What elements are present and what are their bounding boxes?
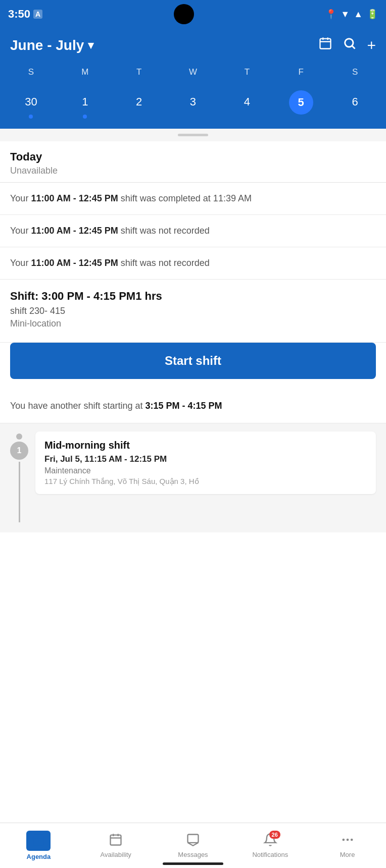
nav-label-messages: Messages [178, 851, 208, 858]
svg-line-5 [353, 46, 355, 48]
shift-title: Shift: 3:00 PM - 4:15 PM1 hrs [10, 290, 376, 303]
status-time: 3:50 A [8, 8, 42, 21]
calendar-day-labels: S M T W T F S [0, 64, 386, 84]
notification-badge: 26 [269, 831, 280, 839]
cal-date-1[interactable]: 1 [58, 86, 112, 121]
battery-icon: 🔋 [367, 9, 378, 20]
cal-date-30[interactable]: 30 [4, 86, 58, 121]
cal-date-3[interactable]: 3 [166, 86, 220, 121]
event-card-addr: 117 Lý Chính Thắng, Võ Thị Sáu, Quận 3, … [44, 477, 367, 486]
event-card[interactable]: Mid-morning shift Fri, Jul 5, 11:15 AM -… [35, 431, 376, 494]
calendar-icon-button[interactable] [318, 36, 332, 54]
camera-pill [174, 4, 194, 24]
today-label: Today [10, 150, 376, 164]
day-label-wed: W [166, 64, 220, 80]
add-icon-button[interactable]: + [367, 38, 376, 53]
nav-item-more[interactable]: More [309, 823, 386, 868]
wifi-icon: ▼ [341, 9, 350, 20]
nav-item-messages[interactable]: Messages [155, 823, 232, 868]
svg-point-16 [346, 839, 349, 841]
day-label-tue: T [112, 64, 166, 80]
day-label-thu: T [220, 64, 274, 80]
day-label-sun: S [4, 64, 58, 80]
cal-date-2[interactable]: 2 [112, 86, 166, 121]
dot-1 [83, 115, 87, 119]
nav-label-agenda: Agenda [27, 853, 51, 860]
svg-point-15 [342, 839, 345, 841]
shift-sub: shift 230- 415 [10, 306, 376, 316]
month-range-label: June - July [10, 37, 84, 53]
nav-item-availability[interactable]: Availability [77, 823, 155, 868]
nav-label-notifications: Notifications [252, 851, 288, 858]
event-card-dept: Maintenance [44, 466, 367, 475]
timeline-section: 1 Mid-morning shift Fri, Jul 5, 11:15 AM… [0, 423, 386, 532]
event-card-title: Mid-morning shift [44, 440, 367, 451]
chevron-down-icon: ▾ [88, 39, 93, 52]
timeline-dot-top [16, 433, 22, 440]
notif-item-3: Your 11:00 AM - 12:45 PM shift was not r… [0, 247, 386, 280]
start-shift-button[interactable]: Start shift [10, 343, 376, 379]
status-icons: 📍 ▼ ▲ 🔋 [325, 9, 378, 20]
location-icon: 📍 [325, 9, 336, 20]
search-icon-button[interactable] [343, 36, 357, 54]
status-bar: 3:50 A 📍 ▼ ▲ 🔋 [0, 0, 386, 28]
cal-date-4[interactable]: 4 [220, 86, 274, 121]
bottom-nav: Agenda Availability Messages 26 Notifica… [0, 823, 386, 868]
header-title[interactable]: June - July ▾ [10, 37, 93, 53]
svg-point-17 [350, 839, 353, 841]
drag-handle [0, 129, 386, 141]
header: June - July ▾ + [0, 28, 386, 64]
timeline-line [19, 462, 20, 522]
cal-date-6[interactable]: 6 [328, 86, 382, 121]
signal-icon: ▲ [354, 9, 363, 20]
event-card-time: Fri, Jul 5, 11:15 AM - 12:15 PM [44, 454, 367, 464]
today-section: Today Unavailable [0, 141, 386, 183]
timeline-column: 1 [10, 431, 28, 524]
calendar-dates: 30 1 2 3 4 5 6 [0, 84, 386, 129]
svg-rect-10 [111, 835, 121, 845]
nav-item-notifications[interactable]: 26 Notifications [231, 823, 309, 868]
nav-label-availability: Availability [101, 851, 131, 858]
content-area: Today Unavailable Your 11:00 AM - 12:45 … [0, 141, 386, 532]
timeline-circle-1: 1 [10, 442, 28, 460]
svg-point-4 [345, 39, 353, 47]
day-label-sat: S [328, 64, 382, 80]
nav-item-agenda[interactable]: Agenda [0, 823, 77, 868]
day-label-mon: M [58, 64, 112, 80]
shift-card: Shift: 3:00 PM - 4:15 PM1 hrs shift 230-… [0, 280, 386, 343]
unavailable-label: Unavailable [10, 166, 376, 176]
day-label-fri: F [274, 64, 328, 80]
shift-location: Mini-location [10, 318, 376, 329]
dot-30 [29, 115, 33, 119]
svg-rect-14 [187, 835, 198, 843]
header-actions: + [318, 36, 376, 54]
notif-item-1: Your 11:00 AM - 12:45 PM shift was compl… [0, 183, 386, 215]
nav-label-more: More [340, 851, 355, 858]
another-shift: You have another shift starting at 3:15 … [0, 389, 386, 423]
notif-item-2: Your 11:00 AM - 12:45 PM shift was not r… [0, 215, 386, 247]
cal-date-5-today[interactable]: 5 [274, 86, 328, 121]
home-indicator [163, 862, 223, 865]
svg-rect-0 [320, 39, 331, 49]
